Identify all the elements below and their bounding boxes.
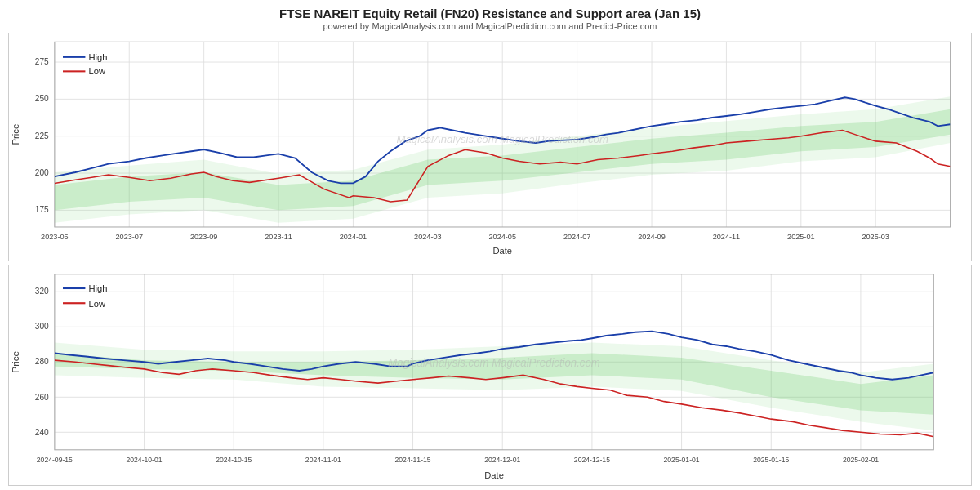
svg-text:2025-01: 2025-01 xyxy=(787,233,814,241)
chart-subtitle: powered by MagicalAnalysis.com and Magic… xyxy=(0,21,980,31)
svg-text:High: High xyxy=(88,52,107,62)
svg-text:Price: Price xyxy=(11,124,20,145)
svg-text:Price: Price xyxy=(11,351,20,373)
main-container: FTSE NAREIT Equity Retail (FN20) Resista… xyxy=(0,0,980,490)
svg-text:2023-09: 2023-09 xyxy=(190,233,217,241)
svg-text:High: High xyxy=(88,283,107,293)
svg-text:2024-11-15: 2024-11-15 xyxy=(395,456,431,464)
svg-text:320: 320 xyxy=(35,287,49,296)
svg-text:225: 225 xyxy=(35,131,49,140)
svg-text:2023-05: 2023-05 xyxy=(41,233,68,241)
svg-text:240: 240 xyxy=(35,427,49,436)
svg-text:MagicalAnalysis.com      Magic: MagicalAnalysis.com MagicalPrediction.co… xyxy=(388,357,599,369)
svg-text:175: 175 xyxy=(35,205,49,214)
svg-text:Date: Date xyxy=(484,470,504,480)
svg-text:2024-07: 2024-07 xyxy=(564,233,590,241)
svg-text:2023-11: 2023-11 xyxy=(265,233,292,241)
svg-text:2025-01-01: 2025-01-01 xyxy=(664,456,700,464)
top-chart: 175 200 225 250 275 2023-05 2023-07 2023… xyxy=(8,33,972,261)
svg-text:275: 275 xyxy=(35,57,49,66)
svg-text:2024-05: 2024-05 xyxy=(488,233,515,241)
svg-text:2024-10-15: 2024-10-15 xyxy=(216,456,252,464)
svg-text:280: 280 xyxy=(35,357,49,366)
svg-text:MagicalAnalysis.com      Magic: MagicalAnalysis.com MagicalPrediction.co… xyxy=(397,133,608,145)
svg-text:2025-02-01: 2025-02-01 xyxy=(843,456,879,464)
svg-text:200: 200 xyxy=(35,168,49,177)
svg-text:2024-09: 2024-09 xyxy=(638,233,665,241)
svg-text:Date: Date xyxy=(492,246,512,256)
top-chart-svg: 175 200 225 250 275 2023-05 2023-07 2023… xyxy=(9,33,971,261)
svg-text:250: 250 xyxy=(35,94,49,103)
bottom-chart: 240 260 280 300 320 2024-09-15 2024-10-0… xyxy=(8,265,972,486)
chart-title: FTSE NAREIT Equity Retail (FN20) Resista… xyxy=(0,7,980,20)
svg-text:2024-09-15: 2024-09-15 xyxy=(37,456,73,464)
svg-text:2024-10-01: 2024-10-01 xyxy=(126,456,162,464)
svg-text:300: 300 xyxy=(35,322,49,331)
svg-text:260: 260 xyxy=(35,392,49,401)
svg-text:Low: Low xyxy=(88,66,105,76)
svg-text:2025-01-15: 2025-01-15 xyxy=(753,456,789,464)
svg-text:2024-03: 2024-03 xyxy=(414,233,441,241)
svg-text:Low: Low xyxy=(88,298,105,308)
svg-text:2024-01: 2024-01 xyxy=(340,233,367,241)
svg-text:2025-03: 2025-03 xyxy=(862,233,889,241)
bottom-chart-svg: 240 260 280 300 320 2024-09-15 2024-10-0… xyxy=(9,265,971,485)
svg-text:2024-11: 2024-11 xyxy=(713,233,740,241)
svg-text:2024-12-15: 2024-12-15 xyxy=(574,456,610,464)
charts-area: 175 200 225 250 275 2023-05 2023-07 2023… xyxy=(0,33,980,490)
svg-text:2023-07: 2023-07 xyxy=(116,233,143,241)
chart-header: FTSE NAREIT Equity Retail (FN20) Resista… xyxy=(0,0,980,33)
svg-text:2024-12-01: 2024-12-01 xyxy=(484,456,520,464)
svg-text:2024-11-01: 2024-11-01 xyxy=(305,456,341,464)
